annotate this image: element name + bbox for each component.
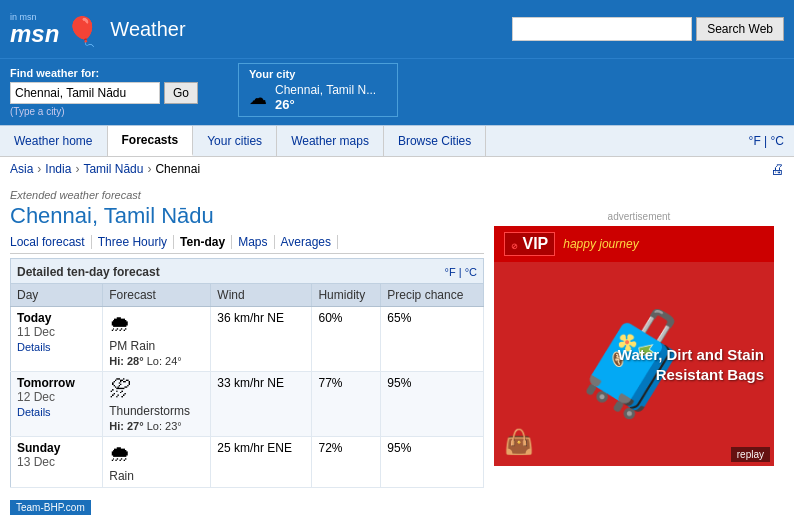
table-row: Today 11 Dec Details 🌧 PM Rain Hi: 28° L… bbox=[11, 307, 484, 372]
right-content: advertisement ⊘ VIP happy journey 🧳 Wate… bbox=[494, 181, 784, 515]
humidity-cell: 72% bbox=[312, 437, 381, 488]
temp-unit-toggle[interactable]: °F | °C bbox=[739, 134, 794, 148]
find-bar: Find weather for: Go (Type a city) Your … bbox=[0, 58, 794, 125]
forecast-desc: Rain bbox=[109, 469, 204, 483]
city-name: Chennai, Tamil Nādu bbox=[10, 203, 484, 229]
nav-weather-home[interactable]: Weather home bbox=[0, 126, 108, 156]
go-button[interactable]: Go bbox=[164, 82, 198, 104]
day-cell: Sunday 13 Dec bbox=[11, 437, 103, 488]
breadcrumb-sep-3: › bbox=[147, 162, 151, 176]
forecast-desc: PM Rain bbox=[109, 339, 204, 353]
wind-cell: 33 km/hr NE bbox=[211, 372, 312, 437]
cloud-icon: ☁ bbox=[249, 87, 267, 109]
breadcrumb-current: Chennai bbox=[155, 162, 200, 176]
col-wind: Wind bbox=[211, 284, 312, 307]
nav-weather-maps[interactable]: Weather maps bbox=[277, 126, 384, 156]
precip-cell: 65% bbox=[381, 307, 484, 372]
forecast-header: Detailed ten-day forecast °F | °C bbox=[10, 258, 484, 283]
ad-box: advertisement ⊘ VIP happy journey 🧳 Wate… bbox=[494, 211, 784, 466]
extended-label: Extended weather forecast bbox=[10, 189, 484, 201]
sub-nav: Local forecast Three Hourly Ten-day Maps… bbox=[10, 235, 484, 254]
breadcrumb-asia[interactable]: Asia bbox=[10, 162, 33, 176]
col-day: Day bbox=[11, 284, 103, 307]
day-date: 13 Dec bbox=[17, 455, 55, 469]
breadcrumb-sep-2: › bbox=[75, 162, 79, 176]
day-date: 11 Dec bbox=[17, 325, 55, 339]
your-city-info: ☁ Chennai, Tamil N... 26° bbox=[249, 83, 387, 112]
subnav-tenday[interactable]: Ten-day bbox=[174, 235, 232, 249]
print-icon[interactable]: 🖨 bbox=[770, 161, 784, 177]
forecast-desc: Thunderstorms bbox=[109, 404, 204, 418]
nav-bar: Weather home Forecasts Your cities Weath… bbox=[0, 125, 794, 157]
ad-content: ⊘ VIP happy journey 🧳 Water, Dirt and St… bbox=[494, 226, 774, 466]
subnav-three-hourly[interactable]: Three Hourly bbox=[92, 235, 174, 249]
your-city-name: Chennai, Tamil N... bbox=[275, 83, 376, 97]
forecast-title: Detailed ten-day forecast bbox=[17, 265, 160, 279]
temp-range: Hi: 27° Lo: 23° bbox=[109, 420, 204, 432]
nav-your-cities[interactable]: Your cities bbox=[193, 126, 277, 156]
ad-tagline: happy journey bbox=[563, 237, 638, 251]
ad-label: advertisement bbox=[494, 211, 784, 222]
forecast-cell: 🌧 PM Rain Hi: 28° Lo: 24° bbox=[103, 307, 211, 372]
forecast-icon: 🌧 bbox=[109, 311, 204, 337]
ad-brand-logo: ⊘ VIP bbox=[504, 232, 555, 256]
day-cell: Today 11 Dec Details bbox=[11, 307, 103, 372]
left-content: Extended weather forecast Chennai, Tamil… bbox=[10, 181, 484, 515]
forecast-icon: 🌧 bbox=[109, 441, 204, 467]
day-date: 12 Dec bbox=[17, 390, 55, 404]
ad-headline: Water, Dirt and StainResistant Bags bbox=[618, 345, 764, 384]
wind-cell: 25 km/hr ENE bbox=[211, 437, 312, 488]
subnav-local[interactable]: Local forecast bbox=[10, 235, 92, 249]
precip-cell: 95% bbox=[381, 372, 484, 437]
subnav-averages[interactable]: Averages bbox=[275, 235, 338, 249]
msn-balloon-icon: 🎈 bbox=[65, 15, 100, 48]
app-title: Weather bbox=[110, 18, 185, 41]
wind-cell: 36 km/hr NE bbox=[211, 307, 312, 372]
city-header: Extended weather forecast Chennai, Tamil… bbox=[10, 181, 484, 235]
search-button[interactable]: Search Web bbox=[696, 17, 784, 41]
temp-range: Hi: 28° Lo: 24° bbox=[109, 355, 204, 367]
precip-cell: 95% bbox=[381, 437, 484, 488]
main-content: Extended weather forecast Chennai, Tamil… bbox=[0, 181, 794, 515]
find-label: Find weather for: bbox=[10, 67, 198, 79]
forecast-cell: ⛈ Thunderstorms Hi: 27° Lo: 23° bbox=[103, 372, 211, 437]
table-row: Sunday 13 Dec 🌧 Rain 25 km/hr ENE 72% 95… bbox=[11, 437, 484, 488]
nav-forecasts[interactable]: Forecasts bbox=[108, 126, 194, 156]
ad-replay-button[interactable]: replay bbox=[731, 447, 770, 462]
city-input[interactable] bbox=[10, 82, 160, 104]
col-humidity: Humidity bbox=[312, 284, 381, 307]
forecast-table: Day Forecast Wind Humidity Precip chance… bbox=[10, 283, 484, 488]
find-weather-section: Find weather for: Go (Type a city) bbox=[10, 67, 198, 117]
watermark: Team-BHP.com bbox=[10, 500, 91, 515]
ad-brand: ⊘ VIP happy journey bbox=[494, 226, 774, 262]
breadcrumb-india[interactable]: India bbox=[45, 162, 71, 176]
day-name: Tomorrow bbox=[17, 376, 75, 390]
ad-brand-name: VIP bbox=[522, 235, 548, 252]
ad-pink-item-icon: 👜 bbox=[504, 428, 534, 456]
details-link[interactable]: Details bbox=[17, 406, 96, 418]
header: in msn msn 🎈 Weather Search Web bbox=[0, 0, 794, 58]
col-precip: Precip chance bbox=[381, 284, 484, 307]
breadcrumb: Asia › India › Tamil Nādu › Chennai bbox=[10, 162, 200, 176]
header-search: Search Web bbox=[512, 17, 784, 41]
breadcrumb-bar: Asia › India › Tamil Nādu › Chennai 🖨 bbox=[0, 157, 794, 181]
subnav-maps[interactable]: Maps bbox=[232, 235, 274, 249]
msn-wordmark: msn bbox=[10, 22, 59, 46]
forecast-cell: 🌧 Rain bbox=[103, 437, 211, 488]
nav-browse-cities[interactable]: Browse Cities bbox=[384, 126, 486, 156]
your-city-box: Your city ☁ Chennai, Tamil N... 26° bbox=[238, 63, 398, 117]
col-forecast: Forecast bbox=[103, 284, 211, 307]
forecast-temp-toggle[interactable]: °F | °C bbox=[445, 266, 477, 278]
your-city-label: Your city bbox=[249, 68, 387, 80]
day-name: Sunday bbox=[17, 441, 60, 455]
table-row: Tomorrow 12 Dec Details ⛈ Thunderstorms … bbox=[11, 372, 484, 437]
find-note: (Type a city) bbox=[10, 106, 198, 117]
humidity-cell: 77% bbox=[312, 372, 381, 437]
search-input[interactable] bbox=[512, 17, 692, 41]
breadcrumb-sep-1: › bbox=[37, 162, 41, 176]
day-name: Today bbox=[17, 311, 51, 325]
details-link[interactable]: Details bbox=[17, 341, 96, 353]
your-city-temp: 26° bbox=[275, 97, 376, 112]
breadcrumb-tamilnadu[interactable]: Tamil Nādu bbox=[83, 162, 143, 176]
find-input-row: Go bbox=[10, 82, 198, 104]
